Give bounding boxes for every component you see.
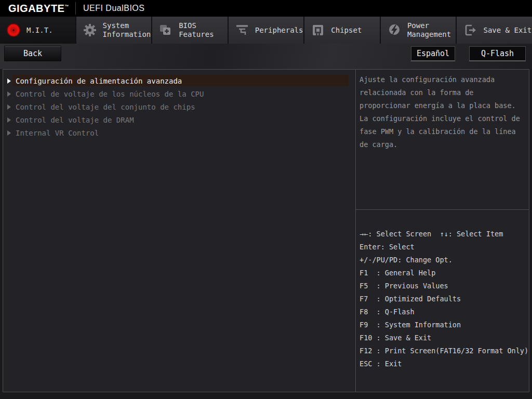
uefi-bios-screen: { "header": { "brand": "GIGABYTE", "trad…: [0, 0, 532, 399]
shortcut-line: F9 : System Information: [360, 318, 529, 331]
main-tab-bar: M.I.T. System Information: [0, 17, 532, 44]
qflash-button[interactable]: Q-Flash: [469, 46, 526, 61]
tab-label: Peripherals: [255, 26, 303, 35]
header-divider: [75, 2, 76, 15]
shortcut-line: F12 : Print Screen(FAT16/32 Format Only): [360, 344, 529, 357]
mit-red-dot-icon: [5, 22, 22, 38]
language-button[interactable]: Español: [411, 46, 455, 61]
peripherals-icon: [234, 22, 250, 38]
gigabyte-logo: GIGABYTE™: [8, 3, 69, 15]
menu-item-label: Control del voltaje de DRAM: [16, 116, 134, 124]
power-lightning-icon: [386, 22, 403, 38]
menu-item-internal-vr-control[interactable]: Internal VR Control: [3, 126, 355, 139]
shortcut-line: →←: Select Screen ↑↓: Select Item: [360, 228, 529, 241]
help-text-line: proporcionar energía a la placa base.: [360, 99, 525, 112]
shortcut-line: F8 : Q-Flash: [360, 305, 529, 318]
help-text-line: de carga.: [360, 138, 525, 151]
back-button[interactable]: Back: [4, 46, 61, 61]
title-bar: GIGABYTE™ UEFI DualBIOS: [0, 0, 532, 17]
submenu-arrow-icon: [7, 104, 11, 110]
tab-bios-features[interactable]: BIOS Features: [152, 17, 228, 44]
tab-label: BIOS Features: [179, 21, 228, 39]
help-text-line: Ajuste la configuración avanzada: [360, 73, 525, 86]
tab-label: Save & Exit: [483, 26, 531, 35]
help-text-line: relacionada con la forma de: [360, 86, 525, 99]
keyboard-shortcuts-legend: →←: Select Screen ↑↓: Select Item Enter:…: [356, 210, 529, 370]
tab-chipset[interactable]: Chipset: [304, 17, 380, 44]
menu-item-label: Control del voltaje del conjunto de chip…: [16, 103, 195, 111]
shortcut-line: F5 : Previous Values: [360, 280, 529, 292]
tab-label: Power Management: [407, 21, 456, 39]
help-text-line: La configuración incluye el control de: [360, 112, 525, 125]
menu-item-label: Configuración de alimentación avanzada: [16, 77, 182, 85]
submenu-arrow-icon: [7, 117, 11, 123]
help-text-line: fase PWM y la calibración de la línea: [360, 125, 525, 138]
tab-power-management[interactable]: Power Management: [381, 17, 456, 44]
shortcut-line: ESC : Exit: [360, 357, 529, 370]
menu-item-label: Control de voltaje de los núcleos de la …: [16, 90, 204, 98]
tab-mit[interactable]: M.I.T.: [0, 17, 75, 44]
bios-features-icon: [157, 22, 174, 38]
tab-label: System Information: [103, 21, 152, 39]
menu-item-label: Internal VR Control: [16, 129, 99, 137]
save-exit-icon: [462, 22, 478, 38]
menu-item-cpu-core-voltage[interactable]: Control de voltaje de los núcleos de la …: [3, 87, 355, 100]
shortcut-line: Enter: Select: [360, 241, 529, 254]
shortcut-line: F1 : General Help: [360, 267, 529, 280]
submenu-arrow-icon: [7, 78, 11, 84]
shortcut-line: +/-/PU/PD: Change Opt.: [360, 254, 529, 267]
bios-content-panel: Configuración de alimentación avanzada C…: [3, 69, 529, 392]
bios-title: UEFI DualBIOS: [83, 4, 145, 13]
trademark-symbol: ™: [64, 4, 69, 9]
tab-system-information[interactable]: System Information: [76, 17, 152, 44]
tab-label: Chipset: [331, 26, 362, 35]
toolbar: Back Español Q-Flash: [0, 44, 532, 69]
help-sidebar: Ajuste la configuración avanzada relacio…: [355, 70, 529, 392]
shortcut-line: F7 : Optimized Defaults: [360, 292, 529, 305]
submenu-arrow-icon: [7, 91, 11, 97]
mit-menu-list: Configuración de alimentación avanzada C…: [3, 70, 355, 392]
menu-item-chipset-voltage[interactable]: Control del voltaje del conjunto de chip…: [3, 100, 355, 113]
menu-item-advanced-power-settings[interactable]: Configuración de alimentación avanzada: [3, 74, 355, 87]
shortcut-line: F10 : Save & Exit: [360, 331, 529, 344]
chipset-icon: [310, 22, 326, 38]
submenu-arrow-icon: [7, 130, 11, 136]
tab-label: M.I.T.: [26, 26, 53, 35]
menu-item-dram-voltage[interactable]: Control del voltaje de DRAM: [3, 113, 355, 126]
tab-save-exit[interactable]: Save & Exit: [457, 17, 532, 44]
item-help-text: Ajuste la configuración avanzada relacio…: [356, 70, 529, 210]
gear-icon: [82, 22, 98, 38]
tab-peripherals[interactable]: Peripherals: [229, 17, 304, 44]
